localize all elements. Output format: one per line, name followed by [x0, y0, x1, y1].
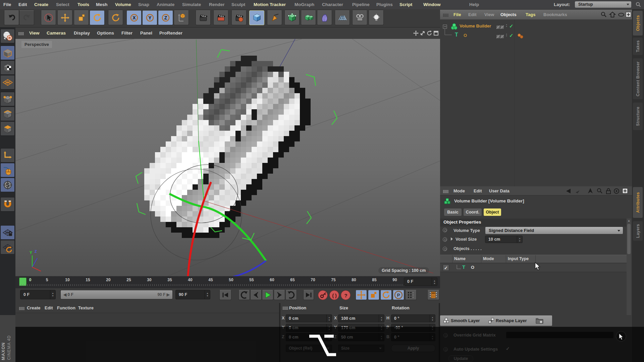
- move-tool[interactable]: [57, 10, 72, 25]
- menu-create[interactable]: Create: [34, 0, 48, 9]
- om-eye-icon[interactable]: [618, 11, 625, 19]
- points-mode-tool[interactable]: [0, 92, 15, 106]
- lock-workplane-tool[interactable]: [0, 225, 15, 240]
- menu-edit[interactable]: Edit: [18, 0, 27, 9]
- om-check-volume-builder[interactable]: ✓: [509, 23, 514, 29]
- viewport-mouse-mode-tool[interactable]: [0, 163, 15, 177]
- voxel-size-expander[interactable]: [451, 237, 453, 241]
- coord-field-size-x[interactable]: 100 cm▲ ▼: [338, 314, 384, 322]
- edit-render-settings-tool[interactable]: [231, 10, 247, 25]
- texture-mode-tool[interactable]: [0, 60, 15, 75]
- coord-field-rotation-h[interactable]: 0 °▲ ▼: [391, 314, 435, 322]
- om-row-o[interactable]: TO: [440, 32, 632, 40]
- menu-mesh[interactable]: Mesh: [96, 0, 108, 9]
- material-menu-create[interactable]: Create: [27, 303, 40, 313]
- menu-sculpt[interactable]: Sculpt: [231, 0, 245, 9]
- undo-tool[interactable]: [4, 10, 19, 25]
- attr-scrollbar[interactable]: ▲: [627, 219, 631, 315]
- add-layer-folder-icon[interactable]: [535, 316, 544, 326]
- attr-search-icon[interactable]: [596, 188, 603, 196]
- menu-script[interactable]: Script: [399, 0, 412, 9]
- autokeying-button[interactable]: ( ): [329, 290, 339, 300]
- om-label-o[interactable]: O: [464, 33, 467, 38]
- keyframe-parameter-button[interactable]: P: [393, 290, 404, 300]
- modeling-cube-tool[interactable]: [284, 10, 300, 25]
- play-forward-button[interactable]: [262, 290, 273, 300]
- render-preview-button[interactable]: [427, 290, 439, 300]
- panel-tab-structure[interactable]: Structure: [633, 103, 643, 130]
- go-to-next-key-button[interactable]: [285, 290, 297, 300]
- viewport-view-label[interactable]: Perspective: [21, 41, 52, 48]
- om-menu-grip-icon[interactable]: [443, 13, 449, 19]
- attr-tab-object[interactable]: Object: [484, 208, 501, 216]
- material-menu-texture[interactable]: Texture: [78, 303, 94, 313]
- timeline-range-slider[interactable]: ◀ 0 F90 F ▶: [60, 290, 173, 299]
- add-cube-primitive-tool[interactable]: [249, 10, 264, 25]
- objects-table-row[interactable]: ✓TO: [440, 263, 627, 272]
- menu-select[interactable]: Select: [56, 0, 69, 9]
- material-menu-function[interactable]: Function: [57, 303, 75, 313]
- volume-type-radio[interactable]: [443, 228, 447, 232]
- viewport-pan-icon[interactable]: [413, 31, 419, 37]
- attr-menu-edit[interactable]: Edit: [474, 186, 482, 195]
- current-frame-field[interactable]: 0 F▲ ▼: [404, 278, 437, 286]
- smooth-layer-button[interactable]: Smooth Layer: [441, 316, 484, 325]
- viewport-canvas[interactable]: Y Z: [15, 39, 440, 276]
- viewport-menu-filter[interactable]: Filter: [121, 27, 132, 39]
- snap-enable-tool[interactable]: S: [0, 178, 15, 192]
- go-to-first-frame-button[interactable]: [219, 290, 231, 300]
- om-menu-edit[interactable]: Edit: [468, 10, 477, 19]
- lock-z-axis-tool[interactable]: Z: [158, 10, 173, 25]
- deformer-tool[interactable]: [317, 10, 332, 25]
- menu-plugins[interactable]: Plugins: [376, 0, 393, 9]
- menu-file[interactable]: File: [3, 0, 11, 9]
- menu-character[interactable]: Character: [322, 0, 343, 9]
- menu-simulate[interactable]: Simulate: [182, 0, 201, 9]
- light-tool[interactable]: [369, 10, 384, 25]
- instance-cubes-tool[interactable]: [301, 10, 316, 25]
- record-keyframe-button[interactable]: [318, 290, 328, 300]
- voxel-size-radio[interactable]: [443, 237, 447, 242]
- attr-tab-coord-[interactable]: Coord.: [464, 208, 482, 216]
- viewport-menu-cameras[interactable]: Cameras: [47, 27, 66, 39]
- om-menu-view[interactable]: View: [484, 10, 494, 19]
- panel-tab-takes[interactable]: Takes: [633, 38, 643, 55]
- polygons-mode-tool[interactable]: [0, 121, 15, 136]
- volume-type-dropdown[interactable]: Signed Distance Field: [485, 227, 623, 234]
- objects-col-input-type[interactable]: Input Type: [508, 256, 529, 261]
- attr-menu-mode[interactable]: Mode: [453, 186, 465, 195]
- menu-volume[interactable]: Volume: [115, 0, 131, 9]
- viewport-menu-view[interactable]: View: [29, 27, 40, 39]
- objects-col-mode[interactable]: Mode: [483, 256, 494, 261]
- lock-y-axis-tool[interactable]: Y: [142, 10, 157, 25]
- keyframe-selection-button[interactable]: [405, 290, 417, 300]
- menu-help[interactable]: Help: [469, 0, 479, 9]
- attr-target-icon[interactable]: [613, 188, 620, 196]
- attr-back-icon[interactable]: [565, 188, 572, 196]
- timeline-ruler[interactable]: 0510152025303540455055606570758085900 F▲…: [15, 276, 440, 288]
- menu-pipeline[interactable]: Pipeline: [352, 0, 370, 9]
- go-to-previous-frame-button[interactable]: [250, 290, 262, 300]
- redo-tool[interactable]: [19, 10, 34, 25]
- live-selection-tool[interactable]: [41, 10, 56, 25]
- material-menu-edit[interactable]: Edit: [45, 303, 53, 313]
- objects-col-name[interactable]: Name: [454, 256, 466, 261]
- render-view-tool[interactable]: [196, 10, 211, 25]
- om-label-volume-builder[interactable]: Volume Builder: [460, 23, 491, 28]
- om-addfolder-icon[interactable]: [625, 11, 632, 19]
- edges-mode-tool[interactable]: [0, 107, 15, 121]
- coordinate-system-tool[interactable]: [174, 10, 189, 25]
- scale-tool[interactable]: [74, 10, 89, 25]
- attr-forward-icon[interactable]: [574, 188, 581, 196]
- lock-x-axis-tool[interactable]: X: [126, 10, 142, 25]
- om-row-volume-builder[interactable]: Volume Builder: [440, 22, 632, 31]
- enable-axis-tool[interactable]: [0, 148, 15, 163]
- attr-menu-grip-icon[interactable]: [443, 189, 449, 195]
- model-mode-tool[interactable]: [0, 46, 15, 60]
- viewport-menu-grip-icon[interactable]: [18, 31, 24, 37]
- viewport-zoom-icon[interactable]: [420, 31, 425, 37]
- attr-tab-basic[interactable]: Basic: [444, 208, 462, 216]
- rotate-tool[interactable]: [90, 10, 105, 25]
- objects-row-checkbox[interactable]: ✓: [443, 264, 449, 271]
- coord-stepper-position-x[interactable]: ▲ ▼: [326, 315, 332, 322]
